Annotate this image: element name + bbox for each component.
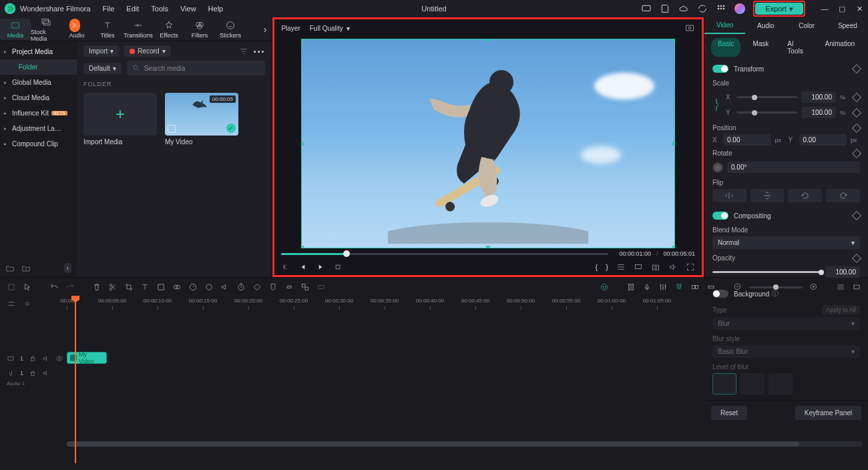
delete-icon[interactable] — [92, 282, 101, 292]
new-folder-icon[interactable] — [5, 264, 15, 273]
mark-in-icon[interactable]: { — [596, 263, 598, 271]
resize-handle[interactable] — [301, 246, 304, 248]
menu-tools[interactable]: Tools — [151, 5, 168, 13]
undo-icon[interactable] — [49, 282, 59, 292]
save-icon[interactable] — [660, 3, 670, 14]
fullscreen-icon[interactable] — [686, 262, 695, 272]
resize-handle[interactable] — [486, 246, 490, 248]
tab-filters[interactable]: Filters — [184, 19, 215, 40]
audio-tool-icon[interactable] — [220, 282, 230, 292]
resize-handle[interactable] — [672, 246, 675, 248]
keyframe-icon[interactable] — [852, 148, 861, 158]
volume-icon[interactable] — [668, 262, 678, 272]
tree-project-media[interactable]: Project Media — [0, 44, 77, 59]
playhead[interactable] — [75, 296, 76, 463]
flip-v-button[interactable] — [750, 189, 785, 202]
link-tracks-icon[interactable] — [23, 299, 32, 308]
group-icon[interactable] — [300, 282, 310, 292]
close-button[interactable]: ✕ — [855, 4, 864, 13]
zoom-fit-icon[interactable] — [852, 282, 861, 292]
redo-icon[interactable] — [65, 282, 75, 292]
user-avatar[interactable] — [734, 3, 745, 14]
tree-influence[interactable]: Influence KitBETA — [0, 105, 77, 121]
video-viewport[interactable] — [301, 39, 675, 248]
cloud-icon[interactable] — [678, 3, 689, 14]
split-icon[interactable] — [108, 282, 118, 292]
tree-global[interactable]: Global Media — [0, 75, 77, 90]
subtab-basic[interactable]: Basic — [711, 38, 740, 57]
tree-cloud[interactable]: Cloud Media — [0, 90, 77, 105]
rotate-dial[interactable] — [712, 162, 723, 173]
menu-edit[interactable]: Edit — [126, 5, 139, 13]
mark-out-icon[interactable]: } — [606, 263, 608, 271]
preview-scrubber[interactable] — [281, 253, 608, 255]
import-media-tile[interactable]: + — [83, 93, 157, 136]
scale-y-slider[interactable] — [736, 111, 797, 113]
collapse-tree-icon[interactable]: ‹ — [64, 263, 71, 273]
tabs-more-icon[interactable]: › — [258, 24, 272, 35]
play-back-icon[interactable] — [298, 262, 308, 272]
crop-icon[interactable] — [124, 282, 134, 292]
track-options-icon[interactable] — [7, 299, 16, 308]
resize-handle[interactable] — [672, 39, 675, 41]
tab-transitions[interactable]: Transitions — [123, 19, 154, 40]
compositing-toggle[interactable] — [712, 212, 728, 220]
detach-icon[interactable] — [316, 282, 326, 292]
insp-tab-video[interactable]: Video — [704, 17, 745, 34]
clip-thumbnail[interactable]: 00:00:05 ✓ — [165, 93, 238, 136]
screen-icon[interactable] — [641, 3, 652, 14]
resize-handle[interactable] — [672, 142, 675, 146]
record-dropdown[interactable]: Record ▾ — [124, 45, 170, 57]
scale-x-slider[interactable] — [736, 96, 797, 98]
tab-titles[interactable]: Titles — [92, 19, 123, 40]
compare-icon[interactable] — [616, 262, 626, 272]
pos-y-value[interactable]: 0.00 — [799, 134, 847, 146]
blend-select[interactable]: Normal▾ — [712, 236, 860, 249]
sync-icon[interactable] — [697, 3, 708, 14]
sort-dropdown[interactable]: Default ▾ — [83, 63, 122, 74]
import-dropdown[interactable]: Import ▾ — [83, 45, 119, 57]
magnet-icon[interactable] — [674, 282, 684, 292]
keyframe-tool-icon[interactable] — [252, 282, 262, 292]
player-label[interactable]: Player — [281, 25, 300, 32]
audio-track[interactable]: 1 — [0, 366, 868, 381]
apps-icon[interactable] — [716, 3, 726, 14]
resize-handle[interactable] — [486, 39, 490, 41]
mute-icon[interactable] — [42, 355, 50, 363]
minimize-button[interactable]: — — [820, 4, 829, 13]
more-icon[interactable]: ••• — [254, 47, 266, 55]
scale-y-value[interactable]: 100.00 — [801, 107, 836, 118]
opacity-slider[interactable] — [712, 271, 821, 273]
mix-icon[interactable] — [626, 282, 636, 292]
tree-adjustment[interactable]: Adjustment La… — [0, 121, 77, 136]
tree-folder[interactable]: Folder — [0, 59, 77, 75]
rotate-cw-button[interactable] — [826, 189, 860, 202]
quality-dropdown[interactable]: Full Quality ▾ — [310, 25, 351, 32]
duration-icon[interactable] — [236, 282, 246, 292]
tree-compound[interactable]: Compound Clip — [0, 136, 77, 152]
lock-icon[interactable] — [29, 369, 37, 377]
menu-file[interactable]: File — [103, 5, 115, 13]
play-icon[interactable] — [316, 262, 325, 272]
prev-frame-icon[interactable] — [281, 262, 290, 272]
export-button[interactable]: Export▾ — [755, 3, 803, 15]
cut-marker-icon[interactable] — [69, 19, 80, 32]
crop-zoom-icon[interactable] — [156, 282, 166, 292]
cursor-tool-icon[interactable] — [23, 282, 32, 292]
marker-icon[interactable] — [268, 282, 278, 292]
lock-link-icon[interactable] — [712, 97, 720, 112]
subtab-anim[interactable]: Animation — [819, 38, 861, 57]
view-options-icon[interactable] — [836, 282, 845, 292]
flip-h-button[interactable] — [712, 189, 746, 202]
tab-stock[interactable]: Stock Media — [31, 15, 61, 43]
time-ruler[interactable]: :00:0000:00:05:0000:00:10:0000:00:15:000… — [67, 296, 868, 311]
snapshot-icon[interactable] — [651, 262, 660, 272]
new-bin-icon[interactable] — [21, 264, 31, 273]
auto-ripple-icon[interactable] — [690, 282, 700, 292]
keyframe-icon[interactable] — [852, 92, 861, 101]
search-input[interactable]: Search media — [127, 61, 266, 75]
zoom-slider[interactable] — [749, 286, 803, 288]
voiceover-icon[interactable] — [642, 282, 652, 292]
timeline-clip[interactable]: My Video — [67, 352, 107, 364]
transform-toggle[interactable] — [712, 65, 728, 73]
